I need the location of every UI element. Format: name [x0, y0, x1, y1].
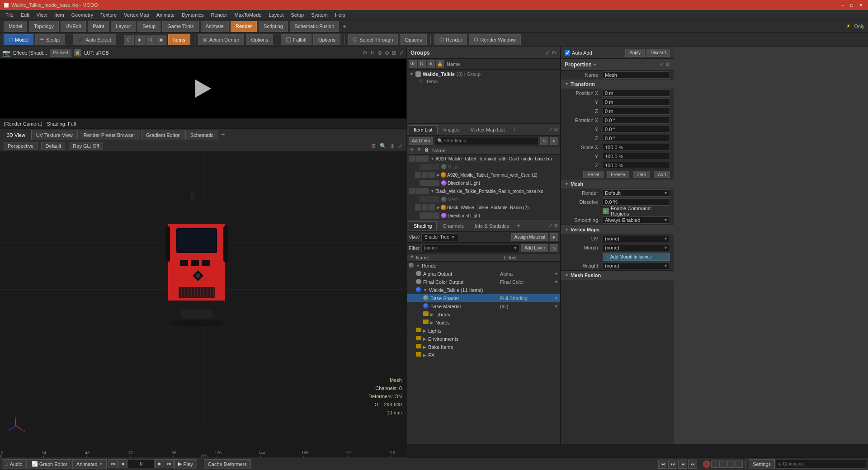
close-button[interactable]: ✕: [857, 1, 864, 9]
item-list-s-btn[interactable]: S: [540, 137, 548, 145]
scale-z-value[interactable]: 100.0 %: [603, 162, 670, 169]
auto-select-btn[interactable]: ⬛ Auto Select: [73, 34, 116, 45]
menu-dynamics[interactable]: Dynamics: [178, 11, 207, 19]
tab-images[interactable]: Images: [439, 125, 465, 134]
menu-file[interactable]: File: [2, 11, 17, 19]
groups-vis-btn[interactable]: 👁: [409, 60, 417, 68]
vp-search-icon[interactable]: 🔍: [380, 143, 387, 149]
render-expand-icon[interactable]: ⤢: [399, 50, 404, 56]
shading-row-base-material[interactable]: Base Material (all) ▼: [407, 302, 560, 310]
enable-cmd-checkbox[interactable]: ✓: [603, 208, 609, 214]
game-tools-tab[interactable]: Game Tools: [162, 21, 199, 32]
menu-maxtomodo[interactable]: MaxToModo: [231, 11, 265, 19]
rot-z-value[interactable]: 0.0 °: [603, 135, 670, 142]
pos-x-value[interactable]: 0 m: [603, 89, 670, 97]
vertex-maps-header[interactable]: ▼ Vertex Maps: [561, 225, 674, 234]
groups-settings-icon[interactable]: ⚙: [552, 50, 557, 56]
icon-btn-4[interactable]: ▣: [156, 35, 166, 45]
add-shading-tab[interactable]: +: [517, 221, 520, 230]
mesh-fusion-header[interactable]: ▼ Mesh Fusion: [561, 271, 674, 280]
vp-expand-icon[interactable]: ⤢: [398, 143, 403, 149]
item-row-tablet-group[interactable]: ▶ A920_Mobile_Tablet_Terminal_with_Card …: [407, 171, 560, 179]
shading-s-btn[interactable]: S: [550, 244, 558, 252]
menu-texture[interactable]: Texture: [97, 11, 120, 19]
tab-info-stats[interactable]: Info & Statistics: [470, 221, 514, 230]
tab-gradient-editor[interactable]: Gradient Editor: [141, 130, 184, 140]
add-transform-btn[interactable]: Add: [654, 171, 670, 178]
sculpt-btn[interactable]: ✏ Sculpt: [35, 34, 65, 45]
properties-plus-icon[interactable]: +: [593, 61, 596, 68]
icon-btn-2[interactable]: ◈: [135, 35, 145, 45]
animate-tab[interactable]: Animate: [201, 21, 229, 32]
pos-z-value[interactable]: 0 m: [603, 108, 670, 115]
menu-item[interactable]: Item: [51, 11, 67, 19]
select-through-btn[interactable]: ⬡ Select Through: [348, 34, 398, 45]
timeline-ruler[interactable]: 0 24 48 72 96 120 144 168 192 216 225 0: [0, 444, 407, 457]
extra-btn-3[interactable]: [727, 461, 735, 468]
animated-btn[interactable]: Animated ▼: [72, 459, 107, 469]
render-paused-btn[interactable]: Paused: [50, 49, 71, 57]
setup-tab[interactable]: Setup: [137, 21, 160, 32]
mesh-section-header[interactable]: ▼ Mesh: [561, 179, 674, 188]
auto-add-checkbox[interactable]: [565, 50, 570, 56]
ray-gl-btn[interactable]: Ray GL: Off: [69, 142, 103, 150]
render-btn[interactable]: ⬡ Render: [434, 34, 467, 45]
item-row-walkie-lxo[interactable]: ▼ Black_Walkie_Talkie_Portable_Radio_mod…: [407, 187, 560, 195]
shading-row-nodes[interactable]: ▶ Nodes: [407, 319, 560, 327]
discard-btn[interactable]: Discard: [646, 49, 670, 57]
vp-settings-icon[interactable]: ⚙: [371, 143, 376, 149]
transport-next-btn[interactable]: ▶: [155, 459, 164, 468]
options2-btn[interactable]: Options: [313, 34, 340, 45]
shading-row-bake[interactable]: ▶ Bake Items: [407, 343, 560, 351]
apply-btn[interactable]: Apply: [625, 49, 645, 57]
scale-y-value[interactable]: 100.0 %: [603, 153, 670, 160]
icon-btn-3[interactable]: ⬡: [146, 35, 156, 45]
add-layer-btn[interactable]: Add Layer: [521, 244, 548, 252]
perspective-btn[interactable]: Perspective: [4, 142, 38, 150]
model-btn[interactable]: ⬡ Model: [4, 34, 33, 45]
transform-header[interactable]: ▼ Transform: [561, 80, 674, 89]
vp-snap-icon[interactable]: ⊕: [390, 143, 395, 149]
menu-setup[interactable]: Setup: [287, 11, 307, 19]
uvedit-tab[interactable]: UVEdit: [61, 21, 86, 32]
render-settings-icon[interactable]: ⚙: [363, 50, 368, 56]
transport-extra-2[interactable]: ⏭: [668, 460, 677, 469]
pos-y-value[interactable]: 0 m: [603, 99, 670, 106]
action-center-btn[interactable]: ◎ Action Center: [198, 34, 245, 45]
item-row-mesh2[interactable]: Mesh: [407, 195, 560, 203]
groups-freeze-btn[interactable]: ❄: [427, 60, 435, 68]
extra-btn-4[interactable]: [736, 461, 743, 468]
menu-view[interactable]: View: [33, 11, 51, 19]
menu-edit[interactable]: Edit: [17, 11, 33, 19]
audio-btn[interactable]: ♪ Audio: [2, 459, 27, 469]
render-zoom-out-icon[interactable]: ⊖: [385, 50, 389, 56]
add-item-list-tab[interactable]: +: [512, 125, 516, 134]
item-list-expand-icon[interactable]: ⤢: [549, 127, 553, 132]
render-lock-icon[interactable]: 🔒: [74, 49, 81, 56]
scale-x-value[interactable]: 100.0 %: [603, 144, 670, 151]
render-window-btn[interactable]: ⬡ Render Window: [469, 34, 520, 45]
command-input[interactable]: ⊕ Command: [776, 460, 866, 469]
render-dropdown[interactable]: Default ▼: [603, 189, 670, 197]
tab-schematic[interactable]: Schematic: [185, 130, 218, 140]
transport-extra-1[interactable]: ⏮: [658, 460, 667, 469]
settings-btn[interactable]: Settings: [749, 459, 775, 469]
group-walkie-talkie-item[interactable]: ▼ Walkie_Talkie (3) : Group: [408, 70, 559, 78]
render-tab[interactable]: Render: [231, 21, 257, 32]
menu-layout[interactable]: Layout: [265, 11, 287, 19]
paint-tab[interactable]: Paint: [88, 21, 109, 32]
props-expand-icon[interactable]: ⤢: [660, 61, 664, 67]
shading-row-library[interactable]: ▶ Library: [407, 310, 560, 319]
name-value[interactable]: Mesh: [603, 71, 670, 79]
menu-geometry[interactable]: Geometry: [68, 11, 97, 19]
transport-start-btn[interactable]: ⏮: [108, 459, 118, 468]
shading-row-lights[interactable]: ▶ Lights: [407, 327, 560, 335]
menu-help[interactable]: Help: [331, 11, 349, 19]
shading-settings-icon[interactable]: ⚙: [554, 223, 558, 229]
add-tab-button[interactable]: +: [343, 23, 346, 30]
graph-editor-btn[interactable]: 📈 Graph Editor: [28, 459, 71, 469]
item-row-walkie-group[interactable]: ▶ Black_Walkie_Talkie_Portable_Radio (2): [407, 203, 560, 212]
cache-deformers-btn[interactable]: Cache Deformers: [204, 459, 251, 469]
shading-row-walkie[interactable]: ▼ Walkie_Talkie (11 Items): [407, 286, 560, 294]
tab-3d-view[interactable]: 3D View: [2, 130, 30, 140]
